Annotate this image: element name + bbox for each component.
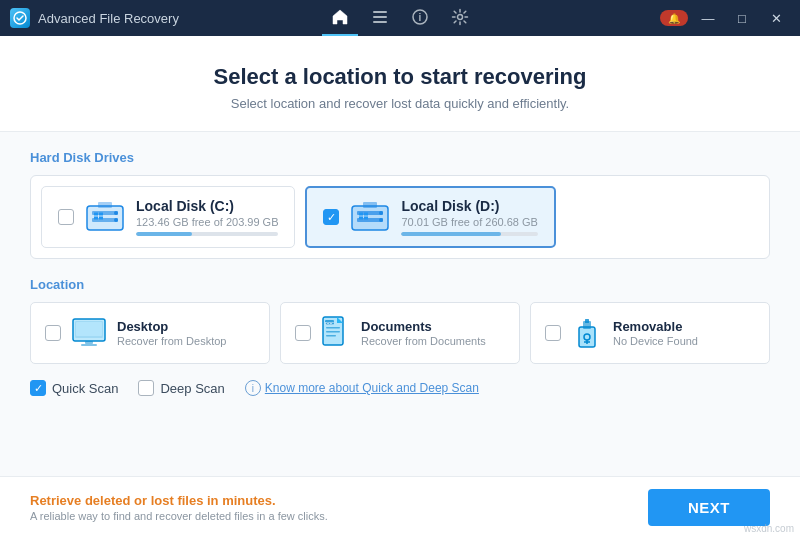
update-button[interactable]: 🔔 — [660, 10, 688, 26]
svg-rect-28 — [364, 217, 368, 220]
content-area: Hard Disk Drives — [0, 132, 800, 476]
titlebar-controls: 🔔 — □ ✕ — [660, 8, 790, 28]
location-desktop[interactable]: Desktop Recover from Desktop — [30, 302, 270, 364]
removable-checkbox[interactable] — [545, 325, 561, 341]
desktop-name: Desktop — [117, 319, 226, 334]
drive-d-info: Local Disk (D:) 70.01 GB free of 260.68 … — [401, 198, 537, 236]
svg-rect-15 — [99, 213, 103, 216]
titlebar-nav: i — [322, 0, 478, 36]
location-section-label: Location — [30, 277, 770, 292]
removable-info: Removable No Device Found — [613, 319, 698, 347]
removable-desc: No Device Found — [613, 335, 698, 347]
svg-text:i: i — [419, 12, 422, 23]
svg-rect-2 — [373, 16, 387, 18]
quick-scan-checkbox[interactable] — [30, 380, 46, 396]
desktop-desc: Recover from Desktop — [117, 335, 226, 347]
info-icon: i — [245, 380, 261, 396]
svg-rect-39 — [326, 335, 336, 337]
drive-d-fill — [401, 232, 501, 236]
page-subtitle: Select location and recover lost data qu… — [20, 96, 780, 111]
location-section: Location Deskt — [30, 277, 770, 364]
svg-rect-26 — [364, 213, 368, 216]
documents-name: Documents — [361, 319, 486, 334]
svg-rect-34 — [81, 344, 97, 346]
drive-c-icon — [84, 198, 126, 236]
quick-scan-label: Quick Scan — [52, 381, 118, 396]
documents-checkbox[interactable] — [295, 325, 311, 341]
drive-c-fill — [136, 232, 192, 236]
desktop-info: Desktop Recover from Desktop — [117, 319, 226, 347]
drive-c-name: Local Disk (C:) — [136, 198, 278, 214]
svg-rect-17 — [99, 217, 103, 220]
deep-scan-checkbox[interactable] — [138, 380, 154, 396]
location-documents[interactable]: DOC Documents Recover from Documents — [280, 302, 520, 364]
maximize-button[interactable]: □ — [728, 8, 756, 28]
drive-c[interactable]: Local Disk (C:) 123.46 GB free of 203.99… — [41, 186, 295, 248]
nav-home[interactable] — [322, 0, 358, 36]
disk-drives-container: Local Disk (C:) 123.46 GB free of 203.99… — [30, 175, 770, 259]
documents-info: Documents Recover from Documents — [361, 319, 486, 347]
removable-icon — [571, 315, 603, 351]
removable-name: Removable — [613, 319, 698, 334]
footer-left: Retrieve deleted or lost files in minute… — [30, 493, 328, 522]
next-button[interactable]: NEXT — [648, 489, 770, 526]
location-grid: Desktop Recover from Desktop — [30, 302, 770, 364]
svg-rect-32 — [76, 322, 102, 336]
minimize-button[interactable]: — — [694, 8, 722, 28]
location-removable[interactable]: Removable No Device Found — [530, 302, 770, 364]
svg-rect-37 — [326, 327, 340, 329]
watermark: wsxdn.com — [744, 523, 794, 534]
svg-rect-38 — [326, 331, 340, 333]
scan-info-link[interactable]: i Know more about Quick and Deep Scan — [245, 380, 479, 396]
titlebar: Advanced File Recovery i — [0, 0, 800, 36]
nav-info[interactable]: i — [402, 0, 438, 36]
svg-rect-11 — [98, 202, 112, 208]
svg-rect-27 — [359, 217, 363, 220]
svg-rect-33 — [85, 341, 93, 344]
nav-settings[interactable] — [442, 0, 478, 36]
scan-learn-more[interactable]: Know more about Quick and Deep Scan — [265, 381, 479, 395]
svg-rect-1 — [373, 11, 387, 13]
svg-rect-3 — [373, 21, 387, 23]
svg-point-23 — [379, 211, 383, 215]
svg-rect-16 — [94, 217, 98, 220]
svg-point-6 — [458, 15, 463, 20]
hdd-section-label: Hard Disk Drives — [30, 150, 770, 165]
close-button[interactable]: ✕ — [762, 8, 790, 28]
svg-point-13 — [114, 218, 118, 222]
drive-c-space: 123.46 GB free of 203.99 GB — [136, 216, 278, 228]
svg-rect-45 — [585, 319, 589, 323]
svg-point-24 — [379, 218, 383, 222]
drive-c-progress — [136, 232, 278, 236]
drive-d-checkbox[interactable] — [323, 209, 339, 225]
drive-c-info: Local Disk (C:) 123.46 GB free of 203.99… — [136, 198, 278, 236]
app-icon — [10, 8, 30, 28]
scan-options: Quick Scan Deep Scan i Know more about Q… — [30, 380, 770, 396]
quick-scan-option[interactable]: Quick Scan — [30, 380, 118, 396]
drive-c-checkbox[interactable] — [58, 209, 74, 225]
main-content: Select a location to start recovering Se… — [0, 36, 800, 538]
svg-point-12 — [114, 211, 118, 215]
deep-scan-option[interactable]: Deep Scan — [138, 380, 224, 396]
svg-text:DOC: DOC — [325, 321, 334, 326]
drive-d-icon — [349, 198, 391, 236]
drive-d[interactable]: Local Disk (D:) 70.01 GB free of 260.68 … — [305, 186, 555, 248]
documents-desc: Recover from Documents — [361, 335, 486, 347]
svg-rect-22 — [363, 202, 377, 208]
page-title: Select a location to start recovering — [20, 64, 780, 90]
footer-sub: A reliable way to find and recover delet… — [30, 510, 328, 522]
header-section: Select a location to start recovering Se… — [0, 36, 800, 132]
hard-disk-drives-section: Hard Disk Drives — [30, 150, 770, 259]
footer: Retrieve deleted or lost files in minute… — [0, 476, 800, 538]
drive-d-name: Local Disk (D:) — [401, 198, 537, 214]
documents-icon: DOC — [321, 315, 351, 351]
drive-d-space: 70.01 GB free of 260.68 GB — [401, 216, 537, 228]
deep-scan-label: Deep Scan — [160, 381, 224, 396]
footer-promo: Retrieve deleted or lost files in minute… — [30, 493, 328, 508]
desktop-checkbox[interactable] — [45, 325, 61, 341]
nav-list[interactable] — [362, 0, 398, 36]
desktop-icon — [71, 315, 107, 351]
drive-d-progress — [401, 232, 537, 236]
svg-rect-25 — [359, 213, 363, 216]
titlebar-left: Advanced File Recovery — [10, 8, 179, 28]
